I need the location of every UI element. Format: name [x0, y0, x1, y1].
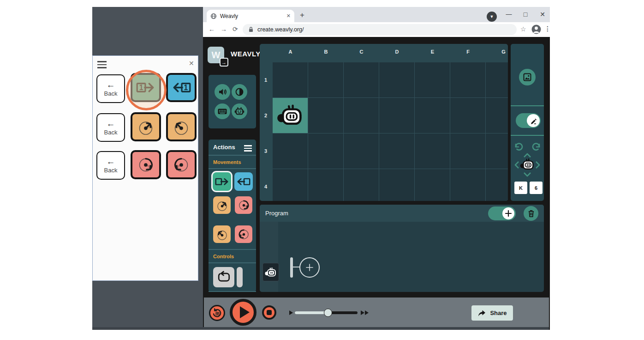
turn-character-left-icon[interactable]: [514, 143, 524, 151]
refresh-scene-button[interactable]: [209, 305, 225, 321]
move-character-down-icon[interactable]: [523, 172, 531, 177]
scene-grid[interactable]: [273, 62, 508, 201]
move-character-up-icon[interactable]: [523, 153, 531, 158]
grid-cell: [415, 98, 450, 133]
control-loop-end-piece[interactable]: [237, 267, 243, 287]
forward-icon: [214, 174, 230, 189]
speed-slow-icon: [289, 310, 293, 315]
turn-right-90-icon: [236, 198, 251, 213]
overlay-backward-1-button[interactable]: 1: [166, 73, 197, 102]
action-turn-right-45-button[interactable]: [213, 196, 231, 214]
speaker-icon: [218, 87, 227, 97]
window-close-button[interactable]: ✕: [537, 11, 548, 18]
settings-panel: [209, 75, 256, 128]
actions-menu-icon[interactable]: [244, 145, 252, 152]
share-button[interactable]: Share: [471, 305, 513, 321]
refresh-icon: [212, 308, 222, 318]
move-character-left-icon[interactable]: [514, 161, 519, 169]
grid-cell-character: [273, 98, 308, 133]
theme-contrast-button[interactable]: [232, 84, 247, 100]
turn-character-right-icon[interactable]: [531, 143, 541, 151]
back-arrow-icon: ←: [107, 81, 115, 89]
action-backward-button[interactable]: [234, 172, 253, 191]
speed-slider-thumb[interactable]: [324, 309, 332, 317]
grid-cell: [379, 98, 414, 133]
overlay-menu-icon[interactable]: [97, 61, 107, 70]
divider: [209, 155, 256, 156]
overlay-forward-1-button[interactable]: 1: [131, 73, 161, 102]
window-minimize-button[interactable]: —: [504, 11, 514, 18]
overlay-close-icon[interactable]: ✕: [189, 60, 194, 67]
grid-cell: [273, 134, 308, 169]
draw-mode-toggle[interactable]: [516, 113, 541, 128]
grid-cell: [450, 62, 485, 97]
audio-feedback-button[interactable]: [215, 84, 230, 100]
grid-row-header: 3: [262, 134, 270, 169]
backward-1-icon: 1: [171, 77, 192, 98]
stop-button[interactable]: [262, 305, 276, 320]
address-bar[interactable]: create.weavly.org/: [243, 24, 517, 35]
plus-icon: [305, 263, 314, 272]
reload-icon[interactable]: ⟳: [233, 25, 238, 33]
divider: [209, 249, 256, 250]
forward-nav-icon[interactable]: →: [221, 25, 227, 33]
divider: [511, 105, 544, 106]
action-turn-left-45-button[interactable]: [213, 225, 231, 243]
overlay-turn-left-90-button[interactable]: [166, 150, 197, 179]
add-node-toggle[interactable]: [488, 206, 516, 220]
delete-all-button[interactable]: [524, 206, 538, 221]
browser-tab[interactable]: Weavly ✕: [207, 10, 294, 22]
grid-row-header: 1: [262, 62, 270, 97]
grid-cell: [415, 169, 450, 201]
program-panel: Program: [260, 205, 544, 292]
grid-cell: [344, 134, 379, 169]
tab-close-icon[interactable]: ✕: [286, 13, 291, 19]
position-column-input[interactable]: K: [514, 182, 527, 194]
action-forward-button[interactable]: [213, 172, 231, 191]
control-loop-button[interactable]: [213, 267, 234, 287]
play-button[interactable]: [230, 299, 256, 326]
keyboard-icon: [217, 106, 227, 116]
grid-cell: [308, 98, 343, 133]
grid-column-header: E: [415, 48, 450, 56]
browser-menu-icon[interactable]: ⋮: [544, 25, 551, 32]
overlay-turn-right-90-button[interactable]: [131, 150, 161, 179]
move-character-right-icon[interactable]: [535, 161, 540, 169]
grid-cell: [379, 169, 414, 201]
browser-update-icon[interactable]: ▼: [487, 12, 497, 22]
new-tab-button[interactable]: +: [300, 11, 304, 20]
overlay-turn-left-45-button[interactable]: [166, 112, 197, 141]
action-turn-left-90-button[interactable]: [235, 225, 252, 243]
grid-cell: [308, 62, 343, 97]
character-select-button[interactable]: [232, 103, 247, 119]
background-picker-button[interactable]: [519, 69, 536, 85]
back-label: Back: [104, 167, 118, 174]
overlay-turn-right-45-button[interactable]: [131, 112, 161, 141]
grid-cell: [486, 98, 508, 133]
grid-cell: [486, 169, 508, 201]
action-turn-right-90-button[interactable]: [235, 196, 252, 214]
overlay-back-button-3[interactable]: ← Back: [96, 151, 125, 180]
bookmark-star-icon[interactable]: ☆: [520, 25, 526, 33]
window-maximize-button[interactable]: □: [520, 11, 531, 18]
profile-avatar-icon[interactable]: [531, 24, 541, 34]
grid-cell: [486, 134, 508, 169]
grid-cell: [450, 134, 485, 169]
overlay-back-button-2[interactable]: ← Back: [96, 113, 125, 142]
keyboard-shortcuts-button[interactable]: [215, 103, 230, 119]
speed-fast-icon: [361, 310, 369, 315]
grid-cell: [308, 134, 343, 169]
back-nav-icon[interactable]: ←: [209, 25, 215, 33]
position-row-input[interactable]: 6: [530, 182, 543, 194]
divider: [511, 135, 544, 136]
scene-panel: A B C D E F G 1 2 3 4: [260, 44, 508, 201]
overlay-back-button-1[interactable]: ← Back: [96, 74, 125, 103]
robot-thumb-icon: [265, 267, 277, 278]
grid-cell: [273, 169, 308, 201]
actions-panel-title: Actions: [213, 144, 235, 151]
add-step-button[interactable]: [299, 257, 320, 278]
grid-column-header: C: [344, 48, 379, 56]
robot-character: [277, 104, 304, 127]
turn-right-45-icon: [215, 198, 230, 213]
grid-cell: [450, 169, 485, 201]
